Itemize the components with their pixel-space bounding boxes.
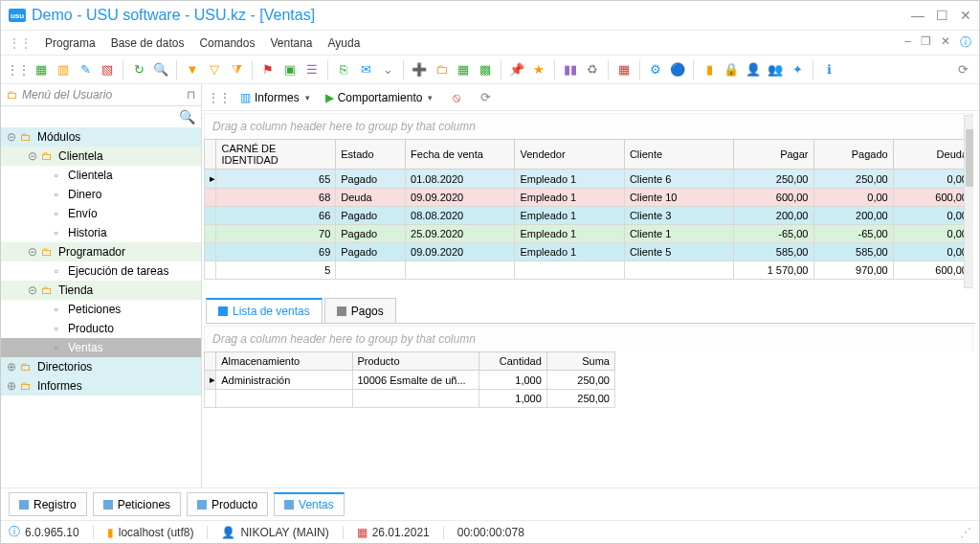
filter2-icon[interactable]: ▽ [204, 59, 225, 80]
tab-lista-ventas[interactable]: Lista de ventas [206, 298, 323, 323]
refresh-icon[interactable]: ↻ [128, 59, 149, 80]
folder-icon[interactable]: 🗀 [431, 59, 452, 80]
tree-item-producto[interactable]: ▫Producto [1, 319, 201, 338]
col-pagado[interactable]: Pagado [813, 140, 893, 170]
tree-item-clientela[interactable]: ▫Clientela [1, 166, 201, 185]
minimize-button[interactable]: — [911, 8, 924, 23]
tab-icon [218, 306, 228, 316]
lock-icon[interactable]: 🔒 [721, 59, 742, 80]
search-icon[interactable]: 🔍 [179, 109, 195, 125]
tab-label: Registro [33, 498, 77, 511]
menu-ventana[interactable]: Ventana [262, 34, 320, 53]
rss-icon[interactable]: ▮ [699, 59, 720, 80]
user-icon[interactable]: 👤 [743, 59, 764, 80]
col-deuda[interactable]: Deuda [893, 140, 972, 170]
menu-ayuda[interactable]: Ayuda [321, 34, 368, 53]
col-suma[interactable]: Suma [546, 352, 614, 371]
open-icon[interactable]: ▥ [53, 59, 74, 80]
mail-icon[interactable]: ✉ [355, 59, 376, 80]
pin-icon[interactable]: 📌 [506, 59, 527, 80]
filter-icon[interactable]: ▼ [182, 59, 203, 80]
filter3-icon[interactable]: ⧩ [226, 59, 247, 80]
table-header-row[interactable]: CARNÉ DE IDENTIDAD Estado Fecha de venta… [205, 140, 973, 170]
info-icon[interactable]: ℹ [818, 59, 839, 80]
tree-item-tareas[interactable]: ▫Ejecución de tareas [1, 261, 201, 281]
vertical-scrollbar[interactable] [964, 115, 973, 288]
table-row[interactable]: 68Deuda09.09.2020Empleado 1Cliente 10600… [205, 189, 973, 207]
tree-directorios[interactable]: ⊕🗀Directorios [1, 357, 201, 376]
delete-icon[interactable]: ▧ [97, 59, 118, 80]
col-cantidad[interactable]: Cantidad [479, 352, 546, 371]
table-row[interactable]: ▸65Pagado01.08.2020Empleado 1Cliente 625… [205, 170, 973, 189]
flag-icon[interactable]: ⚑ [257, 59, 278, 80]
export-icon[interactable]: ⎘ [333, 59, 354, 80]
table-row[interactable]: 69Pagado09.09.2020Empleado 1Cliente 5585… [205, 243, 973, 261]
mdi-close-button[interactable]: ✕ [941, 34, 950, 51]
detail-table[interactable]: Almacenamiento Producto Cantidad Suma ▸A… [204, 351, 615, 408]
gear-icon[interactable]: ⚙ [645, 59, 666, 80]
col-vendedor[interactable]: Vendedor [515, 140, 624, 170]
table-header-row[interactable]: Almacenamiento Producto Cantidad Suma [205, 352, 615, 371]
tool-icon[interactable]: ⌄ [377, 59, 398, 80]
doc-tab-ventas[interactable]: Ventas [274, 492, 345, 516]
col-cliente[interactable]: Cliente [624, 140, 733, 170]
col-pagar[interactable]: Pagar [734, 140, 813, 170]
doc-tab-registro[interactable]: Registro [9, 492, 87, 516]
mdi-minimize-button[interactable]: – [904, 34, 911, 51]
informes-dropdown[interactable]: ▥Informes [234, 89, 316, 106]
table-row[interactable]: 70Pagado25.09.2020Empleado 1Cliente 1-65… [205, 225, 973, 243]
edit-icon[interactable]: ✎ [75, 59, 96, 80]
col-fecha[interactable]: Fecha de venta [406, 140, 515, 170]
tree-item-peticiones[interactable]: ▫Peticiones [1, 300, 201, 319]
group-hint[interactable]: Drag a column header here to group by th… [204, 326, 973, 351]
bars-icon[interactable]: ☰ [301, 59, 323, 80]
sales-table[interactable]: CARNÉ DE IDENTIDAD Estado Fecha de venta… [204, 139, 973, 280]
mdi-restore-button[interactable]: ❐ [921, 34, 931, 51]
tree-item-ventas[interactable]: ▫Ventas [1, 338, 201, 357]
tree-informes[interactable]: ⊕🗀Informes [1, 376, 201, 396]
excel-icon[interactable]: ▦ [453, 59, 474, 80]
tree-tienda[interactable]: ⊝🗀Tienda [1, 281, 201, 300]
tree-item-historia[interactable]: ▫Historia [1, 223, 201, 242]
maximize-button[interactable]: ☐ [936, 8, 948, 23]
tab-pagos[interactable]: Pagos [324, 298, 396, 323]
group-hint[interactable]: Drag a column header here to group by th… [204, 113, 973, 139]
collapse-icon[interactable]: ⟳ [475, 87, 496, 108]
excel2-icon[interactable]: ▩ [475, 59, 496, 80]
close-button[interactable]: ✕ [960, 8, 971, 23]
table-row[interactable]: ▸Administración10006 Esmalte de uñ...1,0… [205, 371, 615, 390]
search-icon[interactable]: 🔍 [150, 59, 171, 80]
user-icon: 👤 [221, 526, 235, 539]
col-id[interactable]: CARNÉ DE IDENTIDAD [216, 140, 336, 170]
comportamiento-dropdown[interactable]: ▶Comportamiento [320, 89, 439, 106]
calendar-icon[interactable]: ▦ [613, 59, 635, 80]
tree-modulos[interactable]: ⊝🗀Módulos [1, 127, 201, 147]
table-row[interactable]: 66Pagado08.08.2020Empleado 1Cliente 3200… [205, 207, 973, 225]
doc-tab-peticiones[interactable]: Peticiones [93, 492, 181, 516]
menu-base-de-datos[interactable]: Base de datos [103, 34, 192, 53]
tree-item-envio[interactable]: ▫Envío [1, 204, 201, 223]
menu-programa[interactable]: Programa [37, 34, 103, 53]
collapse-icon[interactable]: ⟳ [952, 59, 973, 80]
tree-clientela[interactable]: ⊝🗀Clientela [1, 147, 201, 166]
help-icon[interactable]: ⓘ [960, 34, 971, 51]
wand-icon[interactable]: ✦ [787, 59, 808, 80]
contacts-icon[interactable]: ▮▮ [560, 59, 581, 80]
palette-icon[interactable]: 🔵 [667, 59, 688, 80]
pin-icon[interactable]: ⊓ [187, 88, 195, 102]
col-estado[interactable]: Estado [336, 140, 406, 170]
image-icon[interactable]: ▣ [279, 59, 301, 80]
users-icon[interactable]: 👥 [765, 59, 786, 80]
add-icon[interactable]: ➕ [409, 59, 430, 80]
recycle-icon[interactable]: ♻ [582, 59, 603, 80]
star-icon[interactable]: ★ [528, 59, 549, 80]
menu-comandos[interactable]: Comandos [191, 34, 262, 53]
tree-programador[interactable]: ⊝🗀Programador [1, 242, 201, 261]
col-almacen[interactable]: Almacenamiento [216, 352, 352, 371]
doc-tab-producto[interactable]: Producto [187, 492, 268, 516]
col-producto[interactable]: Producto [352, 352, 479, 371]
tree-item-dinero[interactable]: ▫Dinero [1, 185, 201, 204]
resize-grip-icon[interactable]: ⋰ [960, 526, 971, 539]
new-icon[interactable]: ▦ [31, 59, 52, 80]
stop-icon[interactable]: ⦸ [446, 87, 467, 108]
